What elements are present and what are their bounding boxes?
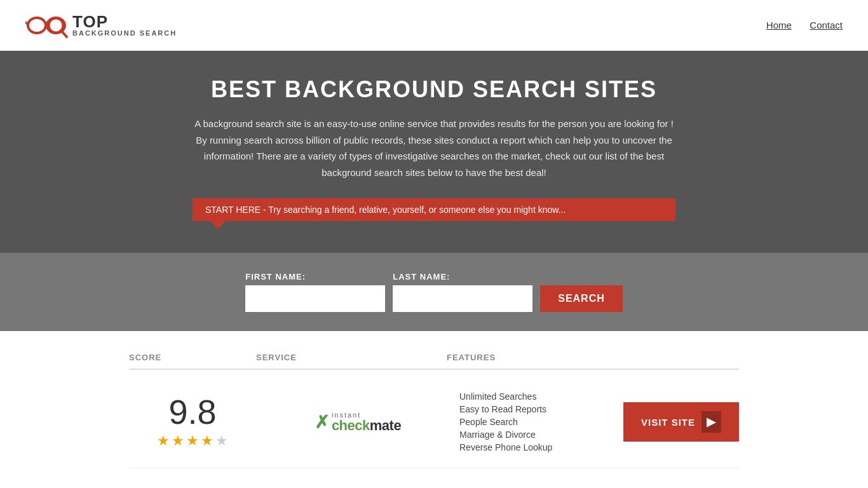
first-name-group: FIRST NAME: <box>245 272 385 312</box>
feature-item: People Search <box>459 417 617 427</box>
star-2: ★ <box>172 433 184 449</box>
logo: TOP BACKGROUND SEARCH <box>25 8 177 43</box>
svg-line-5 <box>62 31 67 37</box>
service-column-1: ✗ instant checkmate <box>262 412 453 433</box>
search-form: FIRST NAME: LAST NAME: SEARCH <box>13 272 855 312</box>
nav-contact[interactable]: Contact <box>810 20 843 30</box>
hero-description: A background search site is an easy-to-u… <box>193 116 675 180</box>
first-name-input[interactable] <box>245 285 385 312</box>
star-1: ★ <box>157 433 170 449</box>
nav-home[interactable]: Home <box>766 20 792 30</box>
checkmate-logo: ✗ instant checkmate <box>315 412 401 433</box>
arrow-icon: ▶ <box>702 411 721 433</box>
results-section: SCORE SERVICE FEATURES 9.8 ★ ★ ★ ★ ★ ✗ i… <box>116 331 752 488</box>
site-header: TOP BACKGROUND SEARCH Home Contact <box>0 0 868 51</box>
page-title: BEST BACKGROUND SEARCH SITES <box>13 76 855 103</box>
last-name-input[interactable] <box>393 285 532 312</box>
header-service: SERVICE <box>256 353 447 362</box>
last-name-label: LAST NAME: <box>393 272 532 281</box>
score-number-2: 9.4 <box>168 484 216 488</box>
score-number-1: 9.8 <box>168 395 216 429</box>
search-form-section: FIRST NAME: LAST NAME: SEARCH <box>0 253 868 331</box>
visit-site-button-1[interactable]: VISIT SITE ▶ <box>623 402 739 442</box>
table-row: 9.8 ★ ★ ★ ★ ★ ✗ instant checkmate Unlimi… <box>129 376 739 468</box>
logo-icon <box>25 8 70 43</box>
header-features: FEATURES <box>447 353 739 362</box>
main-nav: Home Contact <box>751 20 843 31</box>
table-row: 9.4 ★ ★ ★ ★ ★ PeopleLooker Accurate and … <box>129 468 739 488</box>
search-button[interactable]: SEARCH <box>540 285 623 312</box>
start-banner: START HERE - Try searching a friend, rel… <box>193 198 675 221</box>
start-banner-text: START HERE - Try searching a friend, rel… <box>205 205 566 215</box>
star-5: ★ <box>215 433 228 449</box>
score-column-2: 9.4 ★ ★ ★ ★ ★ <box>129 484 256 488</box>
logo-top-text: TOP <box>72 13 177 30</box>
first-name-label: FIRST NAME: <box>245 272 385 281</box>
star-4: ★ <box>201 433 214 449</box>
feature-item: Easy to Read Reports <box>459 404 617 414</box>
feature-item: Marriage & Divorce <box>459 430 617 440</box>
checkmate-text: instant checkmate <box>332 412 401 433</box>
logo-text: TOP BACKGROUND SEARCH <box>72 13 177 37</box>
table-header: SCORE SERVICE FEATURES <box>129 344 739 370</box>
score-column-1: 9.8 ★ ★ ★ ★ ★ <box>129 395 256 449</box>
star-3: ★ <box>186 433 199 449</box>
svg-point-0 <box>28 18 46 33</box>
feature-item: Reverse Phone Lookup <box>459 442 617 452</box>
features-column-1: Unlimited Searches Easy to Read Reports … <box>459 391 617 452</box>
visit-site-label-1: VISIT SITE <box>641 417 695 428</box>
logo-sub-text: BACKGROUND SEARCH <box>72 30 177 37</box>
hero-section: BEST BACKGROUND SEARCH SITES A backgroun… <box>0 51 868 253</box>
stars-1: ★ ★ ★ ★ ★ <box>157 433 228 449</box>
feature-item: Unlimited Searches <box>459 391 617 402</box>
last-name-group: LAST NAME: <box>393 272 532 312</box>
header-score: SCORE <box>129 353 256 362</box>
checkmate-x-icon: ✗ <box>315 412 329 433</box>
